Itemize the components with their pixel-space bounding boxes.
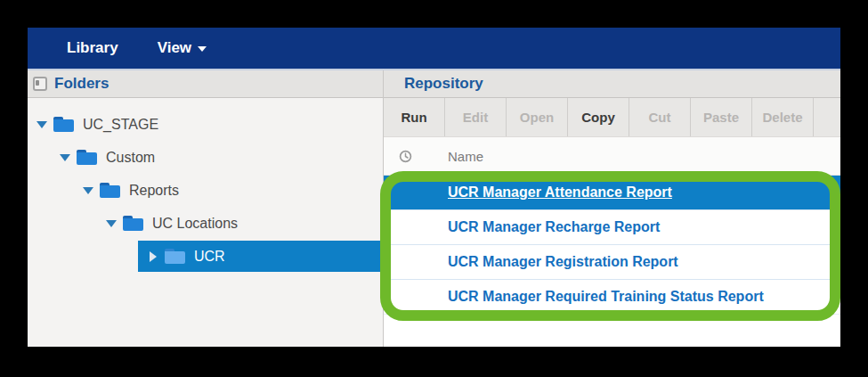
nav-library[interactable]: Library (67, 39, 118, 57)
cut-button[interactable]: Cut (629, 98, 691, 136)
report-list: UCR Manager Attendance Report UCR Manage… (384, 176, 840, 315)
folder-icon (77, 150, 97, 165)
expand-arrow-icon[interactable] (82, 187, 93, 194)
folder-icon (100, 183, 120, 198)
copy-button[interactable]: Copy (568, 98, 629, 136)
tree-item-label: UC_STAGE (83, 117, 158, 133)
folder-icon (53, 117, 74, 132)
run-button[interactable]: Run (384, 98, 445, 136)
list-item-required-training-status-report[interactable]: UCR Manager Required Training Status Rep… (384, 279, 840, 315)
tree-item-label: Custom (106, 150, 155, 166)
collapse-panel-icon[interactable] (33, 77, 47, 91)
folder-icon (123, 216, 143, 231)
nav-view-label: View (158, 39, 191, 57)
chevron-down-icon (198, 46, 207, 52)
list-item-attendance-report[interactable]: UCR Manager Attendance Report (384, 176, 840, 209)
folder-tree: UC_STAGE Custom Reports UC Locations (28, 98, 383, 273)
app-window: Library View Folders UC_STAGE (28, 28, 840, 347)
expand-arrow-icon[interactable] (105, 220, 117, 227)
tree-item-uc-locations[interactable]: UC Locations (28, 207, 383, 240)
name-column-header[interactable]: Name (448, 149, 483, 164)
top-navbar: Library View (28, 28, 840, 70)
paste-button[interactable]: Paste (691, 98, 752, 136)
report-link[interactable]: UCR Manager Required Training Status Rep… (448, 289, 764, 305)
list-item-recharge-report[interactable]: UCR Manager Recharge Report (384, 209, 840, 244)
list-item-registration-report[interactable]: UCR Manager Registration Report (384, 244, 840, 279)
folder-icon (165, 249, 185, 264)
tree-item-ucr[interactable]: UCR (138, 241, 383, 272)
tree-item-reports[interactable]: Reports (28, 174, 383, 207)
repository-panel: Repository Run Edit Open Copy Cut Paste … (384, 70, 840, 347)
repository-toolbar: Run Edit Open Copy Cut Paste Delete (384, 98, 840, 137)
tree-item-label: UC Locations (152, 216, 238, 232)
clock-icon[interactable] (399, 150, 412, 163)
nav-view[interactable]: View (158, 39, 207, 57)
repository-panel-header: Repository (384, 70, 840, 98)
main-body: Folders UC_STAGE Custom Reports (28, 70, 840, 347)
repository-panel-title: Repository (404, 75, 483, 93)
folders-panel-header: Folders (28, 70, 383, 98)
list-column-header: Name (384, 137, 840, 176)
expand-arrow-icon[interactable] (59, 154, 70, 161)
tree-item-label: Reports (129, 183, 179, 199)
edit-button[interactable]: Edit (445, 98, 507, 136)
delete-button[interactable]: Delete (752, 98, 814, 136)
folders-panel: Folders UC_STAGE Custom Reports (28, 70, 384, 347)
tree-item-custom[interactable]: Custom (28, 141, 383, 174)
report-link[interactable]: UCR Manager Recharge Report (448, 219, 660, 235)
tree-item-label: UCR (194, 249, 225, 265)
open-button[interactable]: Open (507, 98, 568, 136)
report-link[interactable]: UCR Manager Registration Report (448, 254, 678, 270)
expand-arrow-icon[interactable] (36, 121, 47, 128)
folders-panel-title: Folders (54, 75, 109, 93)
tree-item-uc-stage[interactable]: UC_STAGE (28, 108, 383, 141)
expand-arrow-icon[interactable] (147, 251, 158, 262)
nav-library-label: Library (67, 39, 118, 57)
report-link[interactable]: UCR Manager Attendance Report (448, 184, 672, 201)
